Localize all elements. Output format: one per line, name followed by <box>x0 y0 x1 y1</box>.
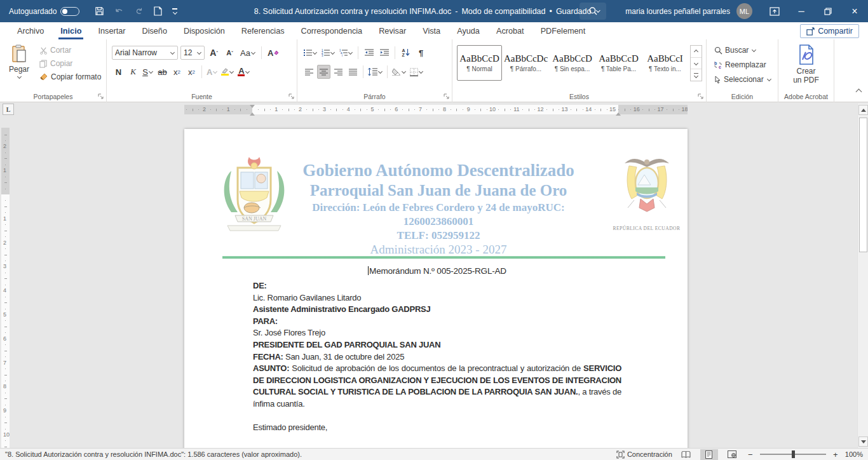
clear-formatting-button[interactable]: A <box>266 46 280 60</box>
create-pdf-button[interactable]: Crear un PDF <box>778 44 834 85</box>
select-button[interactable]: Seleccionar <box>712 74 774 85</box>
tab-selector[interactable]: L <box>3 104 14 115</box>
qat-customize-icon[interactable] <box>172 8 177 13</box>
decrease-indent-button[interactable] <box>362 46 376 60</box>
style-card[interactable]: AaBbCcD¶ Sin espa... <box>550 45 595 81</box>
replace-button[interactable]: bc Reemplazar <box>712 59 774 71</box>
ruler-number: 7 <box>419 106 422 112</box>
share-button[interactable]: Compartir <box>800 24 859 38</box>
style-card[interactable]: AaBbCcD¶ Table Pa... <box>596 45 641 81</box>
clipboard-dialog-launcher-icon[interactable] <box>98 93 104 100</box>
tab-diseño[interactable]: Diseño <box>133 22 175 39</box>
document-icon[interactable] <box>154 6 162 16</box>
zoom-level[interactable]: 100% <box>845 450 863 458</box>
scroll-up-icon[interactable] <box>858 105 868 115</box>
tab-acrobat[interactable]: Acrobat <box>488 22 532 39</box>
italic-button[interactable]: K <box>126 65 140 79</box>
tab-referencias[interactable]: Referencias <box>233 22 293 39</box>
tab-pdfelement[interactable]: PDFelement <box>532 22 594 39</box>
tab-ayuda[interactable]: Ayuda <box>449 22 488 39</box>
bullets-button[interactable] <box>302 46 318 60</box>
read-mode-button[interactable] <box>677 449 695 460</box>
superscript-button[interactable]: x2 <box>185 65 198 79</box>
tab-vista[interactable]: Vista <box>414 22 449 39</box>
zoom-out-button[interactable]: − <box>746 450 755 459</box>
zoom-in-button[interactable]: + <box>831 450 840 459</box>
font-size-combobox[interactable]: 12 <box>180 46 205 60</box>
paragraph-dialog-launcher-icon[interactable] <box>444 93 450 100</box>
vertical-ruler[interactable]: 2112345678910 <box>1 128 10 448</box>
restore-button[interactable] <box>815 0 841 22</box>
zoom-slider[interactable] <box>760 454 826 455</box>
grow-font-button[interactable]: Aˆ <box>207 46 220 60</box>
user-name[interactable]: maria lourdes peñafiel parrales <box>625 7 730 16</box>
avatar[interactable]: ML <box>736 3 752 19</box>
bold-button[interactable]: N <box>112 65 125 79</box>
find-button[interactable]: Buscar <box>712 44 774 56</box>
tab-revisar[interactable]: Revisar <box>370 22 414 39</box>
shrink-font-button[interactable]: Aˇ <box>223 46 236 60</box>
font-dialog-launcher-icon[interactable] <box>288 93 295 100</box>
show-marks-button[interactable]: ¶ <box>414 46 428 60</box>
memo-body[interactable]: DE:Lic. Romario Gavilanes LitardoAsisten… <box>253 280 621 448</box>
styles-dialog-launcher-icon[interactable] <box>698 93 704 100</box>
hanging-indent-marker[interactable] <box>250 112 255 116</box>
style-card[interactable]: AaBbCcDc¶ Párrafo... <box>503 45 548 81</box>
paste-button[interactable]: Pegar <box>5 44 33 91</box>
focus-mode-button[interactable]: Concentración <box>616 450 672 459</box>
document-page[interactable]: SAN JUAN REPÚBLICA DEL ECUADOR Gobierno … <box>184 129 688 448</box>
tab-correspondencia[interactable]: Correspondencia <box>293 22 371 39</box>
tab-archivo[interactable]: Archivo <box>9 22 52 39</box>
web-layout-button[interactable] <box>723 449 741 460</box>
multilevel-list-button[interactable]: 1ai <box>338 46 354 60</box>
change-case-button[interactable]: Aa <box>239 46 257 60</box>
tab-inicio[interactable]: Inicio <box>52 22 90 39</box>
sort-button[interactable]: AZ <box>399 46 412 60</box>
styles-scroll-up-icon[interactable] <box>691 46 702 58</box>
print-layout-button[interactable] <box>700 449 718 460</box>
increase-indent-button[interactable] <box>377 46 391 60</box>
styles-more-icon[interactable] <box>691 69 702 81</box>
status-bar: "8. Solicitud Autorización contra y reso… <box>0 448 868 460</box>
ribbon-display-options-icon[interactable] <box>761 0 788 22</box>
autosave-toggle[interactable]: Autoguardado <box>9 7 79 16</box>
word-window: Autoguardado <box>0 0 868 460</box>
align-left-button[interactable] <box>302 65 316 79</box>
format-painter-button[interactable]: Copiar formato <box>37 71 104 83</box>
horizontal-ruler[interactable]: 21123456789101112131415161718 <box>184 105 688 114</box>
tab-insertar[interactable]: Insertar <box>90 22 133 39</box>
style-card[interactable]: AaBbCcI¶ Texto in... <box>642 45 688 81</box>
strikethrough-button[interactable]: ab <box>156 65 169 79</box>
borders-button[interactable] <box>409 65 424 79</box>
font-family-combobox[interactable]: Arial Narrow <box>112 46 178 60</box>
close-button[interactable]: × <box>841 0 868 22</box>
collapse-ribbon-icon[interactable] <box>855 86 862 98</box>
scrollbar-thumb[interactable] <box>859 118 867 252</box>
first-line-indent-marker[interactable] <box>250 105 255 108</box>
font-color-button[interactable]: A <box>236 65 251 79</box>
align-center-button[interactable] <box>317 65 330 79</box>
scroll-down-icon[interactable] <box>858 436 868 447</box>
minimize-button[interactable]: ─ <box>788 0 815 22</box>
autosave-switch[interactable] <box>60 7 79 16</box>
search-box[interactable] <box>580 3 606 20</box>
underline-button[interactable]: S <box>141 65 154 79</box>
paste-chevron-icon[interactable] <box>17 74 22 79</box>
vertical-scrollbar[interactable] <box>857 104 868 448</box>
styles-scroll-down-icon[interactable] <box>691 58 702 70</box>
justify-button[interactable] <box>346 65 360 79</box>
subscript-button[interactable]: x2 <box>170 65 184 79</box>
align-right-button[interactable] <box>332 65 345 79</box>
numbering-button[interactable]: 123 <box>320 46 336 60</box>
style-card[interactable]: AaBbCcD¶ Normal <box>457 45 502 81</box>
ruler-tick <box>5 356 6 357</box>
search-icon[interactable] <box>588 6 598 16</box>
compat-mode: Modo de compatibilidad <box>461 7 545 16</box>
right-indent-marker[interactable] <box>616 112 621 116</box>
save-icon[interactable] <box>95 6 104 16</box>
tab-disposición[interactable]: Disposición <box>175 22 233 39</box>
zoom-slider-thumb[interactable] <box>792 450 795 458</box>
line-spacing-button[interactable] <box>367 65 384 79</box>
shading-button[interactable] <box>391 65 407 79</box>
highlight-color-button[interactable] <box>220 65 235 79</box>
